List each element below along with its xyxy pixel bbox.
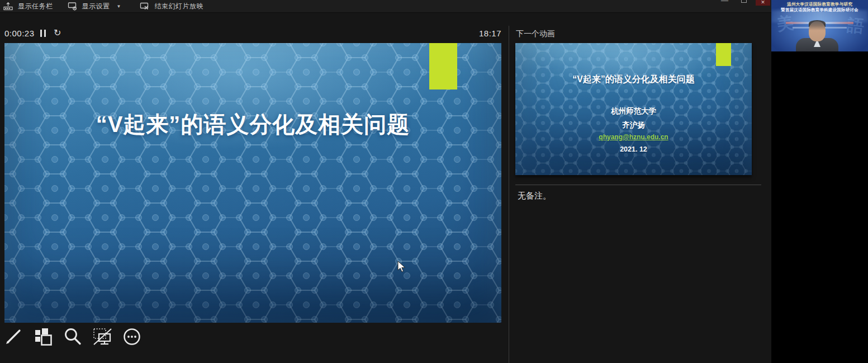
notes-divider [515, 185, 761, 185]
more-options-button[interactable] [122, 327, 142, 347]
display-settings-label: 显示设置 [82, 2, 110, 11]
next-slide-email-link: qhyang@hznu.edu.cn [515, 133, 752, 141]
timer-row: 0:00:23 ↻ 18:17 [4, 27, 501, 41]
chevron-down-icon: ▼ [117, 4, 121, 9]
next-slide-date: 2021. 12 [515, 145, 752, 153]
screen: 显示任务栏 显示设置 ▼ [0, 0, 868, 363]
magnifier-icon [63, 327, 82, 346]
maximize-button[interactable] [741, 0, 747, 3]
next-slide-university: 杭州师范大学 [515, 106, 752, 116]
next-slide-preview[interactable]: “V起来”的语义分化及相关问题 杭州师范大学 齐沪扬 qhyang@hznu.e… [515, 43, 752, 175]
panel-divider [509, 26, 509, 363]
restart-timer-icon[interactable]: ↻ [54, 27, 61, 38]
see-all-slides-button[interactable] [33, 327, 53, 347]
show-taskbar-button[interactable]: 显示任务栏 [0, 0, 56, 13]
backdrop-watermark-left: 美 [775, 11, 795, 36]
conference-banner-line1: 温州大学汉语国际教育教学与研究 [771, 2, 868, 7]
show-taskbar-label: 显示任务栏 [18, 2, 53, 11]
slide-vignette [4, 43, 501, 323]
close-button[interactable]: ✕ [756, 0, 770, 6]
slides-grid-icon [34, 327, 53, 346]
end-slideshow-label: 结束幻灯片放映 [154, 2, 203, 11]
conference-banner-line2: 暨首届汉语国际教育学科建设国际研讨会 [771, 7, 868, 13]
taskbar-icon [3, 2, 13, 11]
next-slide-author: 齐沪扬 [515, 120, 752, 130]
presenter-view-window: 显示任务栏 显示设置 ▼ [0, 0, 771, 363]
slide-title: “V起来”的语义分化及相关问题 [4, 109, 501, 140]
next-slide-title: “V起来”的语义分化及相关问题 [515, 74, 752, 86]
backdrop-watermark-right: 語 [846, 14, 865, 39]
pen-tool-button[interactable] [3, 327, 23, 347]
zoom-into-slide-button[interactable] [63, 327, 83, 347]
slideshow-toolbar [3, 327, 142, 347]
current-slide[interactable]: “V起来”的语义分化及相关问题 [4, 43, 501, 323]
end-slideshow-icon [140, 2, 149, 11]
mouse-cursor [397, 261, 407, 275]
current-clock-time: 18:17 [479, 29, 501, 38]
display-settings-icon [68, 2, 77, 11]
slide-accent-rectangle [429, 43, 457, 89]
speaker-head [809, 21, 826, 41]
elapsed-time: 0:00:23 [4, 29, 35, 38]
end-slideshow-button[interactable]: 结束幻灯片放映 [136, 0, 207, 13]
ellipsis-icon [122, 327, 141, 346]
black-screen-button[interactable] [92, 327, 112, 347]
notes-text: 无备注。 [518, 191, 551, 201]
top-toolbar: 显示任务栏 显示设置 ▼ [0, 0, 771, 13]
pause-timer-button[interactable] [40, 30, 46, 37]
slide-accent-rectangle [716, 43, 731, 66]
pen-icon [4, 327, 23, 346]
display-settings-button[interactable]: 显示设置 ▼ [64, 0, 125, 13]
minimize-button[interactable]: — [721, 0, 728, 4]
next-animation-label: 下一个动画 [516, 29, 555, 39]
monitor-slash-icon [92, 327, 112, 346]
